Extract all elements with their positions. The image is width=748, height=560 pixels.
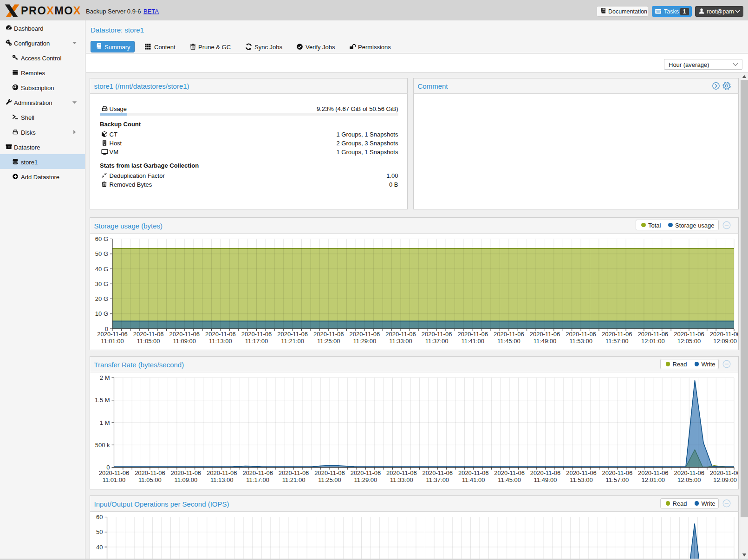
- svg-text:12:01:00: 12:01:00: [641, 476, 665, 483]
- svg-text:11:13:00: 11:13:00: [210, 476, 234, 483]
- svg-text:50 G: 50 G: [95, 250, 108, 257]
- svg-text:11:17:00: 11:17:00: [245, 338, 268, 345]
- svg-text:2020-11-06: 2020-11-06: [530, 469, 561, 476]
- svg-text:2020-11-06: 2020-11-06: [385, 331, 416, 338]
- svg-text:11:53:00: 11:53:00: [569, 338, 592, 345]
- svg-text:11:49:00: 11:49:00: [533, 338, 557, 345]
- svg-text:2020-11-06: 2020-11-06: [638, 469, 669, 476]
- svg-text:11:45:00: 11:45:00: [497, 338, 520, 345]
- svg-text:2020-11-06: 2020-11-06: [205, 331, 236, 338]
- svg-text:60 G: 60 G: [95, 235, 108, 242]
- svg-text:2020-11-06: 2020-11-06: [350, 331, 380, 338]
- svg-text:2020-11-06: 2020-11-06: [710, 331, 738, 338]
- svg-text:2020-11-06: 2020-11-06: [602, 469, 633, 476]
- svg-text:2020-11-06: 2020-11-06: [313, 331, 344, 338]
- svg-text:2020-11-06: 2020-11-06: [241, 331, 272, 338]
- svg-text:2020-11-06: 2020-11-06: [242, 469, 273, 476]
- svg-text:2020-11-06: 2020-11-06: [674, 331, 704, 338]
- svg-text:12:01:00: 12:01:00: [641, 338, 665, 345]
- svg-text:2020-11-06: 2020-11-06: [602, 331, 632, 338]
- svg-text:10 G: 10 G: [95, 310, 108, 317]
- svg-text:11:37:00: 11:37:00: [425, 338, 449, 345]
- svg-text:2020-11-06: 2020-11-06: [171, 469, 202, 476]
- svg-text:2020-11-06: 2020-11-06: [566, 331, 596, 338]
- svg-text:2020-11-06: 2020-11-06: [314, 469, 345, 476]
- svg-text:11:09:00: 11:09:00: [175, 476, 198, 483]
- svg-text:12:09:00: 12:09:00: [713, 476, 737, 483]
- svg-text:11:41:00: 11:41:00: [461, 338, 484, 345]
- svg-text:11:01:00: 11:01:00: [103, 476, 126, 483]
- svg-text:11:05:00: 11:05:00: [138, 476, 162, 483]
- svg-text:11:45:00: 11:45:00: [498, 476, 521, 483]
- svg-text:2020-11-06: 2020-11-06: [207, 469, 237, 476]
- svg-text:2020-11-06: 2020-11-06: [494, 469, 525, 476]
- svg-text:11:57:00: 11:57:00: [605, 338, 629, 345]
- svg-text:11:53:00: 11:53:00: [570, 476, 593, 483]
- svg-text:11:29:00: 11:29:00: [353, 338, 377, 345]
- svg-text:60: 60: [96, 514, 103, 521]
- svg-text:2020-11-06: 2020-11-06: [457, 331, 488, 338]
- svg-text:40: 40: [96, 544, 103, 551]
- svg-text:11:33:00: 11:33:00: [390, 476, 413, 483]
- svg-text:11:13:00: 11:13:00: [209, 338, 232, 345]
- svg-text:50: 50: [96, 528, 103, 535]
- svg-text:1 M: 1 M: [100, 419, 110, 426]
- svg-text:2 M: 2 M: [100, 374, 110, 381]
- svg-text:2020-11-06: 2020-11-06: [423, 469, 453, 476]
- svg-text:2020-11-06: 2020-11-06: [494, 331, 524, 338]
- svg-text:30 G: 30 G: [95, 280, 108, 287]
- svg-text:11:49:00: 11:49:00: [534, 476, 557, 483]
- svg-text:11:09:00: 11:09:00: [173, 338, 196, 345]
- svg-text:2020-11-06: 2020-11-06: [386, 469, 417, 476]
- svg-text:12:05:00: 12:05:00: [677, 338, 701, 345]
- svg-text:11:41:00: 11:41:00: [462, 476, 485, 483]
- svg-text:12:09:00: 12:09:00: [713, 338, 737, 345]
- svg-text:2020-11-06: 2020-11-06: [133, 331, 164, 338]
- svg-text:12:05:00: 12:05:00: [677, 476, 701, 483]
- svg-text:11:25:00: 11:25:00: [317, 338, 340, 345]
- svg-text:2020-11-06: 2020-11-06: [710, 469, 738, 476]
- svg-text:11:37:00: 11:37:00: [426, 476, 449, 483]
- svg-text:11:21:00: 11:21:00: [282, 476, 306, 483]
- svg-text:2020-11-06: 2020-11-06: [458, 469, 489, 476]
- svg-text:2020-11-06: 2020-11-06: [674, 469, 704, 476]
- svg-text:2020-11-06: 2020-11-06: [638, 331, 669, 338]
- svg-text:2020-11-06: 2020-11-06: [566, 469, 597, 476]
- svg-text:11:25:00: 11:25:00: [318, 476, 341, 483]
- svg-text:2020-11-06: 2020-11-06: [99, 469, 130, 476]
- svg-text:11:57:00: 11:57:00: [606, 476, 629, 483]
- svg-text:2020-11-06: 2020-11-06: [97, 331, 128, 338]
- svg-text:11:01:00: 11:01:00: [101, 338, 124, 345]
- svg-text:500 k: 500 k: [95, 442, 110, 449]
- svg-text:2020-11-06: 2020-11-06: [279, 469, 309, 476]
- svg-text:2020-11-06: 2020-11-06: [277, 331, 308, 338]
- svg-text:1.5 M: 1.5 M: [95, 397, 110, 404]
- svg-text:11:29:00: 11:29:00: [354, 476, 377, 483]
- svg-text:2020-11-06: 2020-11-06: [169, 331, 200, 338]
- svg-text:40 G: 40 G: [95, 265, 108, 272]
- svg-text:2020-11-06: 2020-11-06: [530, 331, 560, 338]
- svg-text:2020-11-06: 2020-11-06: [422, 331, 452, 338]
- svg-text:2020-11-06: 2020-11-06: [135, 469, 165, 476]
- svg-text:2020-11-06: 2020-11-06: [351, 469, 381, 476]
- svg-text:11:05:00: 11:05:00: [137, 338, 160, 345]
- svg-text:11:33:00: 11:33:00: [389, 338, 412, 345]
- svg-text:20 G: 20 G: [95, 295, 108, 302]
- svg-text:11:17:00: 11:17:00: [246, 476, 269, 483]
- svg-text:11:21:00: 11:21:00: [281, 338, 304, 345]
